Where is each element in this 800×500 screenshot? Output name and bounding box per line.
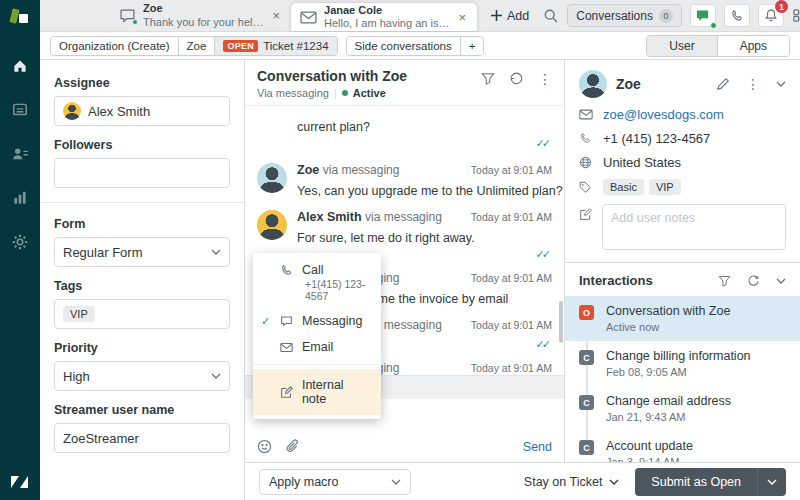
customers-icon[interactable] <box>11 145 29 163</box>
breadcrumb-organization[interactable]: Organization (Create) <box>51 37 178 55</box>
user-tag[interactable]: Basic <box>603 179 644 195</box>
message-author: Alex Smith <box>297 210 362 224</box>
channel-menu: Call +1(415) 123-4567 ✓ Messaging <box>253 253 381 419</box>
interaction-item[interactable]: C Change email addressJan 21, 9:43 AM <box>565 386 800 431</box>
views-icon[interactable] <box>11 101 29 119</box>
stay-on-ticket-select[interactable]: Stay on Ticket <box>524 475 620 489</box>
notifications-button[interactable]: 1 <box>758 4 784 27</box>
avatar <box>257 163 287 193</box>
plus-icon <box>491 10 502 21</box>
ticket-number: Ticket #1234 <box>263 40 328 52</box>
interactions-title: Interactions <box>579 273 653 288</box>
messaging-label: Messaging <box>302 314 362 328</box>
streamer-value: ZoeStreamer <box>63 431 139 446</box>
side-conversations-button[interactable]: Side conversations <box>347 37 460 55</box>
priority-select[interactable]: High <box>54 361 230 391</box>
breadcrumb-ticket[interactable]: OPEN Ticket #1234 <box>214 37 336 55</box>
tags-field[interactable]: VIP <box>54 299 230 329</box>
followers-field[interactable] <box>54 158 230 188</box>
interaction-subtitle: Jan 3, 9:14 AM <box>606 456 693 462</box>
submit-options-caret[interactable] <box>757 468 786 496</box>
delivered-check-icon: ✓✓ <box>297 137 552 150</box>
message-text: Yes, can you upgrade me to the Unlimited… <box>297 183 552 200</box>
filter-icon[interactable] <box>718 275 731 287</box>
history-icon[interactable] <box>509 71 524 86</box>
priority-label: Priority <box>54 341 230 355</box>
tag-chip[interactable]: VIP <box>63 306 95 322</box>
apps-grid-icon[interactable] <box>792 8 800 23</box>
phone-icon <box>280 264 293 277</box>
notification-count-badge: 1 <box>775 0 788 13</box>
user-notes-input[interactable] <box>602 204 786 250</box>
send-button[interactable]: Send <box>523 440 552 454</box>
add-tab-button[interactable]: Add <box>477 0 543 31</box>
refresh-icon[interactable] <box>747 274 760 287</box>
user-email-link[interactable]: zoe@lovesdogs.com <box>603 107 724 122</box>
apply-macro-select[interactable]: Apply macro <box>259 469 411 495</box>
collapse-icon[interactable] <box>776 81 786 87</box>
collapse-icon[interactable] <box>776 278 786 284</box>
close-icon[interactable]: × <box>456 8 468 27</box>
user-name: Zoe <box>616 76 641 92</box>
user-tag[interactable]: VIP <box>649 179 681 195</box>
scrollbar-thumb[interactable] <box>559 301 563 343</box>
chevron-down-icon <box>211 373 221 379</box>
left-nav-rail <box>0 0 40 500</box>
stay-on-ticket-label: Stay on Ticket <box>524 475 603 489</box>
menu-item-internal-note[interactable]: Internal note <box>253 369 381 415</box>
menu-item-messaging[interactable]: ✓ Messaging <box>253 308 381 334</box>
edit-icon[interactable] <box>716 77 730 91</box>
close-icon[interactable]: × <box>270 6 282 25</box>
conversation-header: Conversation with Zoe Via messaging | Ac… <box>245 60 564 106</box>
followers-label: Followers <box>54 138 230 152</box>
filter-icon[interactable] <box>481 72 495 85</box>
ticket-tab-zoe[interactable]: Zoe Thank you for your hel… × <box>110 0 291 31</box>
phone-button[interactable] <box>724 4 750 27</box>
reporting-icon[interactable] <box>11 189 29 207</box>
tab-title: Zoe <box>143 2 263 15</box>
streamer-field[interactable]: ZoeStreamer <box>54 423 230 453</box>
home-icon[interactable] <box>11 57 29 75</box>
interaction-subtitle: Feb 08, 9:05 AM <box>606 366 751 378</box>
tab-user[interactable]: User <box>647 36 716 56</box>
globe-icon <box>579 156 593 169</box>
interaction-item[interactable]: C Account updateJan 3, 9:14 AM <box>565 431 800 462</box>
attachment-icon[interactable] <box>286 439 299 454</box>
menu-item-call[interactable]: Call +1(415) 123-4567 <box>253 257 381 308</box>
message-time: Today at 9:01 AM <box>471 162 552 178</box>
assignee-avatar <box>63 102 81 120</box>
overflow-menu-icon[interactable]: ⋮ <box>746 77 760 91</box>
menu-item-email[interactable]: Email <box>253 334 381 360</box>
conversations-label: Conversations <box>576 9 653 23</box>
user-phone: +1 (415) 123-4567 <box>603 131 710 146</box>
status-badge: OPEN <box>223 40 258 52</box>
search-icon[interactable] <box>543 8 559 24</box>
message-time: Today at 9:01 AM <box>471 270 552 286</box>
submit-button[interactable]: Submit as Open <box>635 468 786 496</box>
note-icon <box>280 386 293 399</box>
ticket-tab-janae[interactable]: Janae Cole Hello, I am having an is… × <box>291 3 477 31</box>
tab-apps[interactable]: Apps <box>717 36 789 56</box>
interaction-item[interactable]: O Conversation with ZoeActive now <box>565 296 800 341</box>
section-divider <box>40 202 244 203</box>
phone-icon <box>579 132 593 145</box>
emoji-icon[interactable] <box>257 439 272 454</box>
chat-button[interactable] <box>690 4 716 27</box>
message: Zoe via messagingToday at 9:01 AM Yes, c… <box>257 162 552 200</box>
assignee-field[interactable]: Alex Smith <box>54 96 230 126</box>
conversation-panel: Conversation with Zoe Via messaging | Ac… <box>245 60 565 462</box>
side-conversation-add-button[interactable]: + <box>460 37 484 55</box>
avatar <box>257 210 287 240</box>
chevron-down-icon <box>767 479 777 485</box>
form-select[interactable]: Regular Form <box>54 237 230 267</box>
assignee-label: Assignee <box>54 76 230 90</box>
admin-gear-icon[interactable] <box>11 233 29 251</box>
priority-value: High <box>63 369 90 384</box>
email-icon <box>280 342 293 353</box>
interaction-title: Change billing information <box>606 349 751 363</box>
interaction-item[interactable]: C Change billing informationFeb 08, 9:05… <box>565 341 800 386</box>
apply-macro-label: Apply macro <box>269 475 338 489</box>
breadcrumb-person[interactable]: Zoe <box>178 37 215 55</box>
conversations-button[interactable]: Conversations 0 <box>567 4 682 27</box>
overflow-menu-icon[interactable]: ⋮ <box>538 72 552 86</box>
